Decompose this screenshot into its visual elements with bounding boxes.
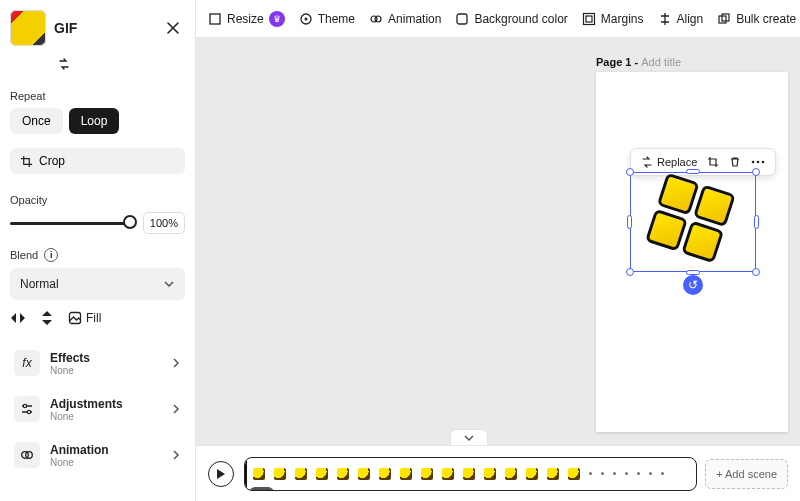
svg-point-1: [23, 404, 26, 407]
swap-icon: [57, 57, 71, 71]
background-color-button[interactable]: Background color: [455, 12, 567, 26]
resize-handle[interactable]: [686, 169, 700, 174]
resize-handle[interactable]: [752, 268, 760, 276]
repeat-loop-button[interactable]: Loop: [69, 108, 120, 134]
selection-bounds[interactable]: ↺: [630, 172, 756, 272]
fill-icon: [68, 311, 82, 325]
align-icon: [658, 12, 672, 26]
svg-point-2: [27, 410, 30, 413]
close-button[interactable]: [161, 16, 185, 40]
animation-icon: [369, 12, 383, 26]
margins-icon: [582, 12, 596, 26]
crop-button[interactable]: Crop: [10, 148, 185, 174]
slider-knob[interactable]: [123, 215, 137, 229]
bulk-icon: [717, 12, 731, 26]
main-area: Resize♛ Theme Animation Background color…: [196, 0, 800, 501]
clip-duration: 10s: [249, 487, 274, 491]
blend-label: Blend: [10, 249, 38, 261]
swap-button[interactable]: [54, 54, 74, 74]
properties-sidebar: GIF Repeat Once Loop Crop Opacity 100% B…: [0, 0, 196, 501]
effects-panel[interactable]: fx EffectsNone: [10, 340, 185, 386]
timeline-clip[interactable]: 10s: [244, 457, 697, 491]
resize-handle[interactable]: [627, 215, 632, 229]
svg-rect-11: [583, 13, 594, 24]
resize-handle[interactable]: [754, 215, 759, 229]
crop-selection-button[interactable]: [703, 153, 723, 171]
svg-rect-12: [586, 16, 592, 22]
bg-color-icon: [455, 12, 469, 26]
chevron-down-icon: [463, 433, 475, 443]
svg-point-9: [375, 16, 381, 22]
svg-point-7: [304, 17, 307, 20]
canvas-area[interactable]: Page 1 - Add title Replace ↺: [196, 38, 800, 445]
resize-handle[interactable]: [752, 168, 760, 176]
play-icon: [216, 468, 226, 480]
close-icon: [166, 21, 180, 35]
svg-point-16: [757, 161, 760, 164]
chevron-right-icon: [171, 450, 181, 460]
playhead[interactable]: [245, 457, 247, 491]
animation-panel[interactable]: AnimationNone: [10, 432, 185, 478]
adjustments-icon: [14, 396, 40, 422]
crop-icon: [707, 156, 719, 168]
info-icon[interactable]: i: [44, 248, 58, 262]
resize-handle[interactable]: [626, 268, 634, 276]
adjustments-panel[interactable]: AdjustmentsNone: [10, 386, 185, 432]
bulk-create-button[interactable]: Bulk create♛: [717, 11, 800, 27]
svg-rect-10: [457, 14, 467, 24]
flip-v-icon: [40, 310, 54, 326]
play-button[interactable]: [208, 461, 234, 487]
animation-icon: [14, 442, 40, 468]
opacity-label: Opacity: [10, 194, 185, 206]
crop-icon: [20, 155, 33, 168]
fill-button[interactable]: Fill: [68, 310, 101, 326]
blend-select[interactable]: Normal: [10, 268, 185, 300]
flip-h-icon: [10, 311, 26, 325]
svg-point-15: [752, 161, 755, 164]
premium-badge-icon: ♛: [269, 11, 285, 27]
animation-button[interactable]: Animation: [369, 12, 441, 26]
timeline-bar: 10s + Add scene: [196, 445, 800, 501]
delete-button[interactable]: [725, 153, 745, 171]
more-button[interactable]: [747, 157, 769, 167]
theme-icon: [299, 12, 313, 26]
selected-gif-element[interactable]: [643, 173, 744, 274]
sidebar-title: GIF: [54, 20, 153, 36]
svg-rect-5: [210, 14, 220, 24]
resize-handle[interactable]: [626, 168, 634, 176]
trash-icon: [729, 156, 741, 168]
chevron-right-icon: [171, 358, 181, 368]
more-icon: [751, 160, 765, 164]
chevron-right-icon: [171, 404, 181, 414]
rotate-handle[interactable]: ↺: [683, 275, 703, 295]
repeat-label: Repeat: [10, 90, 185, 102]
add-scene-button[interactable]: + Add scene: [705, 459, 788, 489]
replace-icon: [641, 156, 653, 168]
svg-point-17: [762, 161, 765, 164]
flip-horizontal-button[interactable]: [10, 310, 26, 326]
context-toolbar: Resize♛ Theme Animation Background color…: [196, 0, 800, 38]
flip-vertical-button[interactable]: [40, 310, 54, 326]
opacity-value[interactable]: 100%: [143, 212, 185, 234]
page-canvas[interactable]: Replace ↺: [596, 72, 788, 432]
gif-thumbnail: [10, 10, 46, 46]
resize-button[interactable]: Resize♛: [208, 11, 285, 27]
opacity-slider[interactable]: [10, 222, 135, 225]
chevron-down-icon: [163, 278, 175, 290]
theme-button[interactable]: Theme: [299, 12, 355, 26]
resize-icon: [208, 12, 222, 26]
page-title-field[interactable]: Page 1 - Add title: [596, 56, 788, 68]
align-button[interactable]: Align: [658, 12, 704, 26]
effects-icon: fx: [14, 350, 40, 376]
repeat-once-button[interactable]: Once: [10, 108, 63, 134]
repeat-segment: Once Loop: [10, 108, 185, 134]
collapse-timeline-button[interactable]: [450, 429, 488, 445]
margins-button[interactable]: Margins: [582, 12, 644, 26]
svg-point-4: [26, 452, 33, 459]
